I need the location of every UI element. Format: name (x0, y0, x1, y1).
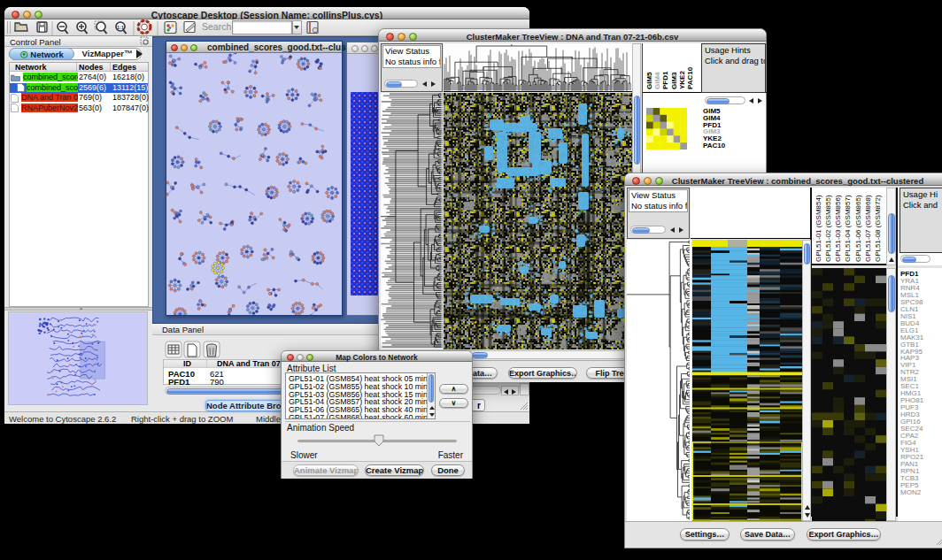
svg-text:GPL51-02 (GSM855): GPL51-02 (GSM855) (824, 195, 832, 262)
svg-text:PAC10: PAC10 (686, 66, 694, 89)
svg-text:GIM4: GIM4 (653, 72, 661, 89)
svg-text:Search:: Search: (202, 21, 234, 32)
svg-text:GPL51-01 (GSM854): GPL51-01 (GSM854) (815, 195, 822, 262)
svg-text:GIM5: GIM5 (645, 72, 653, 89)
svg-text:GPL51-06 (GSM865): GPL51-06 (GSM865) (854, 195, 862, 262)
svg-text:GPL51-03 (GSM856): GPL51-03 (GSM856) (834, 195, 842, 262)
svg-text:GPL51-08 (GSM872): GPL51-08 (GSM872) (874, 195, 882, 262)
svg-text:GPL51-04 (GSM857): GPL51-04 (GSM857) (844, 195, 852, 262)
svg-text:PFD1: PFD1 (661, 71, 669, 89)
svg-text:GIM3: GIM3 (670, 72, 678, 89)
svg-text:GPL51-07 (GSM868): GPL51-07 (GSM868) (864, 195, 872, 262)
svg-text:YKE2: YKE2 (678, 71, 686, 89)
svg-text:1:1: 1:1 (117, 25, 124, 30)
